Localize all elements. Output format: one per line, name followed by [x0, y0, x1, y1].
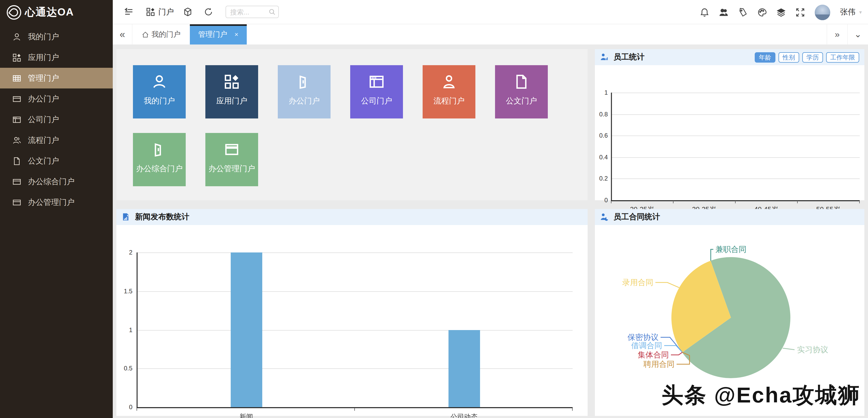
search-box — [225, 6, 279, 18]
tab-admin-portal[interactable]: 管理门户 × — [190, 24, 247, 44]
sidebar-item-label: 公司门户 — [28, 115, 59, 124]
person-chart-icon — [600, 53, 609, 62]
sidebar: 心通达OA 我的门户 应用门户 管理门户 办公门户 公司门户 — [0, 0, 113, 418]
document-icon — [514, 74, 529, 89]
portal-switcher[interactable]: 门户 — [146, 7, 174, 17]
filter-gender-button[interactable]: 性别 — [778, 52, 799, 62]
tile-label: 我的门户 — [144, 96, 175, 106]
refresh-icon[interactable] — [204, 7, 213, 17]
sidebar-item-label: 管理门户 — [28, 73, 59, 83]
tabbar: « 我的门户 管理门户 × » ⌄ — [113, 24, 868, 44]
sidebar-item-label: 办公管理门户 — [28, 197, 74, 207]
sidebar-item-process-portal[interactable]: 流程门户 — [0, 130, 113, 151]
window-icon — [12, 198, 21, 207]
leader-part-time — [711, 249, 713, 261]
panel-title: 员工统计 — [614, 52, 645, 62]
sidebar-item-company-portal[interactable]: 公司门户 — [0, 109, 113, 130]
tile-office-portal[interactable]: 办公门户 — [278, 65, 331, 118]
sidebar-item-office-general-portal[interactable]: 办公综合门户 — [0, 171, 113, 192]
contacts-icon[interactable] — [719, 7, 728, 17]
sidebar-item-label: 流程门户 — [28, 135, 59, 145]
leader-hire — [655, 282, 679, 288]
tab-label: 我的门户 — [152, 30, 181, 39]
portal-tiles-panel: 我的门户 应用门户 办公门户 公司门户 流程门户 — [116, 49, 588, 200]
bar-news[interactable] — [231, 252, 262, 407]
watermark: 头条 @Echa攻城狮 — [661, 381, 861, 410]
tab-my-portal[interactable]: 我的门户 — [132, 24, 190, 44]
document-icon — [12, 156, 21, 165]
sidebar-item-admin-portal[interactable]: 管理门户 — [0, 68, 113, 88]
y-tick: 0.6 — [592, 132, 608, 139]
sidebar-item-label: 办公门户 — [28, 94, 59, 104]
y-tick: 1 — [117, 326, 132, 333]
tile-document-portal[interactable]: 公文门户 — [495, 65, 548, 118]
pie-label-employment: 聘用合同 — [643, 360, 675, 368]
tile-office-admin-portal[interactable]: 办公管理门户 — [205, 133, 258, 186]
pie-label-internship: 实习协议 — [797, 345, 828, 354]
scan-door-icon — [152, 142, 167, 157]
person-pie-icon — [600, 213, 609, 221]
x-tick: 新闻 — [240, 412, 253, 418]
collapse-menu-icon[interactable] — [124, 7, 133, 17]
sidebar-item-office-portal[interactable]: 办公门户 — [0, 88, 113, 109]
employee-age-chart: 1 0.8 0.6 0.4 0.2 0 20-25岁 30-35岁 40-45岁… — [595, 65, 864, 200]
topbar: 门户 张伟 ▾ — [113, 0, 868, 24]
tab-label: 管理门户 — [198, 30, 227, 39]
window-icon — [224, 142, 240, 157]
tabs-dropdown-button[interactable]: ⌄ — [847, 24, 868, 44]
sidebar-item-label: 应用门户 — [28, 53, 59, 62]
tile-company-portal[interactable]: 公司门户 — [350, 65, 403, 118]
apps-icon — [224, 74, 240, 89]
employee-stats-filters: 年龄 性别 学历 工作年限 — [755, 52, 859, 62]
pie-label-collective: 集体合同 — [638, 351, 669, 359]
tile-office-general-portal[interactable]: 办公综合门户 — [133, 133, 186, 186]
filter-education-button[interactable]: 学历 — [802, 52, 823, 62]
tile-label: 应用门户 — [216, 96, 247, 106]
news-stats-header: 新闻发布数统计 — [116, 209, 588, 225]
filter-seniority-button[interactable]: 工作年限 — [826, 52, 859, 62]
sidebar-item-document-portal[interactable]: 公文门户 — [0, 151, 113, 171]
tile-label: 办公综合门户 — [136, 164, 183, 174]
tile-label: 办公管理门户 — [209, 164, 255, 174]
sidebar-item-label: 我的门户 — [28, 32, 59, 42]
sidebar-item-my-portal[interactable]: 我的门户 — [0, 26, 113, 47]
user-name[interactable]: 张伟 — [840, 7, 856, 17]
app-logo: 心通达OA — [0, 0, 113, 24]
user-icon — [12, 32, 21, 41]
tab-close-icon[interactable]: × — [234, 31, 238, 38]
y-tick: 0.4 — [592, 154, 608, 161]
tile-app-portal[interactable]: 应用门户 — [205, 65, 258, 118]
sidebar-menu: 我的门户 应用门户 管理门户 办公门户 公司门户 流程门户 — [0, 26, 113, 213]
layers-icon[interactable] — [776, 7, 786, 17]
y-tick: 0.5 — [117, 365, 132, 372]
user-menu-caret-icon[interactable]: ▾ — [859, 9, 862, 15]
sidebar-item-office-admin-portal[interactable]: 办公管理门户 — [0, 192, 113, 213]
y-tick: 1.5 — [117, 288, 132, 295]
bar-company-news[interactable] — [448, 330, 480, 407]
tile-my-portal[interactable]: 我的门户 — [133, 65, 186, 118]
y-tick: 0.2 — [592, 175, 608, 182]
user-icon — [152, 74, 167, 89]
users-icon — [12, 136, 21, 145]
fullscreen-icon[interactable] — [796, 7, 805, 17]
sidebar-item-label: 办公综合门户 — [28, 177, 74, 186]
notifications-bell-icon[interactable] — [700, 7, 709, 17]
y-tick: 0.8 — [592, 111, 608, 118]
leader-collective — [671, 352, 682, 355]
filter-age-button[interactable]: 年龄 — [755, 52, 775, 62]
tabs-scroll-right-button[interactable]: » — [827, 24, 847, 44]
tile-process-portal[interactable]: 流程门户 — [423, 65, 475, 118]
tabs-scroll-left-button[interactable]: « — [113, 24, 132, 44]
sidebar-item-app-portal[interactable]: 应用门户 — [0, 47, 113, 68]
tag-icon[interactable] — [738, 7, 747, 17]
apps-icon — [12, 53, 21, 62]
pie-label-secrecy: 保密协议 — [627, 333, 658, 341]
cube-icon[interactable] — [183, 7, 192, 17]
contract-stats-header: 员工合同统计 — [595, 209, 864, 225]
user-avatar[interactable] — [815, 4, 830, 20]
news-bar-chart: 2 1.5 1 0.5 0 新闻 公司动态 — [116, 225, 588, 416]
theme-palette-icon[interactable] — [757, 7, 767, 17]
tile-label: 办公门户 — [289, 96, 320, 106]
y-tick: 0 — [592, 197, 608, 204]
search-icon[interactable] — [269, 8, 276, 16]
